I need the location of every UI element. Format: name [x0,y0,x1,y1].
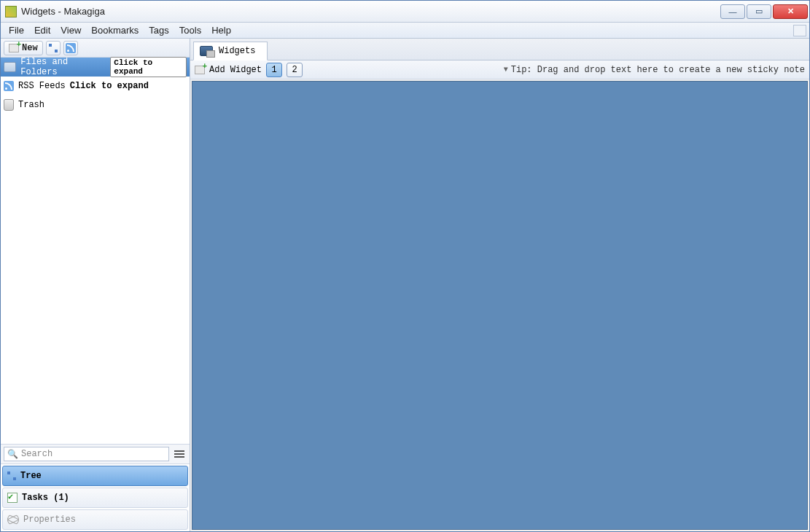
menu-help[interactable]: Help [206,23,236,37]
add-widget-icon [195,66,205,74]
tree-view: Files and Folders Click to expand RSS Fe… [1,58,190,114]
tree-item-trash[interactable]: Trash [1,95,190,114]
content-toolbar: Add Widget 1 2 ▼ Tip: Drag and drop text… [190,60,809,79]
title-bar: Widgets - Makagiga — ▭ ✕ [1,1,809,23]
folder-icon [4,62,16,72]
rss-button[interactable] [63,41,78,55]
panel-tab-tasks[interactable]: Tasks (1) [2,488,188,508]
tip-text: Tip: Drag and drop text here to create a… [511,65,805,75]
search-input[interactable]: 🔍 Search [4,447,169,461]
sidebar-toolbar: New [1,39,190,58]
sidebar-bottom: 🔍 Search Tree Tasks (1) Properties [1,444,190,531]
tab-widgets[interactable]: Widgets [193,42,268,60]
search-icon: 🔍 [7,449,18,460]
new-button-label: New [22,43,38,53]
window-title: Widgets - Makagiga [21,6,105,17]
menu-bookmarks[interactable]: Bookmarks [86,23,144,37]
tree-item-label: RSS Feeds [18,81,66,91]
sidebar: New Files and Folders Click to expand RS… [1,39,190,531]
expand-hint: Click to expand [70,81,149,91]
tree-item-rss[interactable]: RSS Feeds Click to expand [1,77,190,95]
menu-overflow-button[interactable] [793,25,806,36]
close-button[interactable]: ✕ [773,4,808,19]
menu-view[interactable]: View [55,23,86,37]
search-placeholder: Search [21,449,52,459]
rss-icon [4,81,14,91]
hamburger-icon [174,450,184,458]
tip-area: ▼ Tip: Drag and drop text here to create… [504,65,805,75]
menu-tags[interactable]: Tags [144,23,174,37]
menu-tools[interactable]: Tools [174,23,206,37]
main-area: Widgets Add Widget 1 2 ▼ Tip: Drag and d… [190,39,809,531]
menu-bar: File Edit View Bookmarks Tags Tools Help [1,23,809,39]
panel-tab-tree[interactable]: Tree [2,466,188,486]
page-1-button[interactable]: 1 [266,63,282,77]
grid-view-button[interactable] [46,41,61,55]
tab-label: Widgets [219,46,255,56]
rss-icon [66,43,76,53]
tree-item-files[interactable]: Files and Folders Click to expand [1,58,190,77]
menu-file[interactable]: File [4,23,29,37]
panel-tab-label: Tasks (1) [22,493,69,503]
panel-tab-properties[interactable]: Properties [2,509,188,530]
properties-icon [7,515,19,525]
document-tabs: Widgets [190,39,809,60]
panel-tab-label: Properties [23,515,76,525]
new-button[interactable]: New [4,41,43,55]
add-widget-button[interactable]: Add Widget [209,65,262,75]
panel-tab-label: Tree [20,471,42,481]
tree-icon [7,472,16,480]
trash-icon [4,99,14,111]
grid-icon [49,44,58,52]
check-icon [7,493,17,503]
dropdown-icon[interactable]: ▼ [504,66,508,74]
new-file-icon [9,44,19,52]
tree-item-label: Trash [18,100,44,110]
expand-hint: Click to expand [110,57,187,77]
page-2-button[interactable]: 2 [287,63,303,77]
widget-canvas[interactable] [192,81,808,530]
app-icon [5,6,17,17]
menu-edit[interactable]: Edit [29,23,55,37]
search-menu-button[interactable] [172,447,187,461]
minimize-button[interactable]: — [720,4,745,19]
maximize-button[interactable]: ▭ [747,4,771,19]
widgets-icon [200,46,213,56]
search-row: 🔍 Search [1,445,190,464]
tree-item-label: Files and Folders [20,57,106,77]
